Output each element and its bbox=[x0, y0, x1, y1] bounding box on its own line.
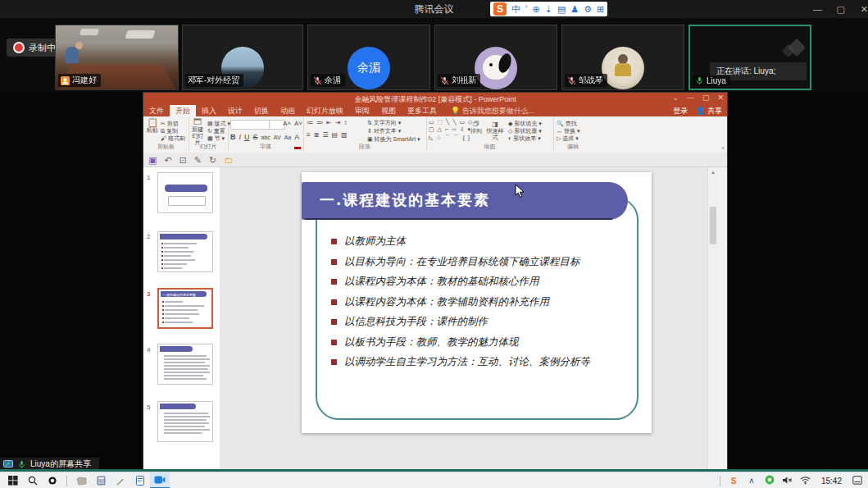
clear-format-button[interactable]: abc bbox=[261, 135, 270, 140]
slide-bullet-list[interactable]: 以教师为主体 以目标为导向：在专业培养目标统领下确立课程目标 以课程内容为本体：… bbox=[331, 235, 634, 376]
tell-me-box[interactable]: 💡 告诉我您想要做什么... bbox=[443, 106, 534, 116]
sign-in-button[interactable]: 登录 bbox=[673, 106, 688, 116]
editor-scrollbar[interactable]: ▴ ▾ ⇞ ⇟ bbox=[707, 167, 718, 488]
video-tile-3[interactable]: 余湄 余湄 bbox=[307, 25, 430, 90]
shape-outline-button[interactable]: ◇ 形状轮廓 ▾ bbox=[508, 127, 542, 135]
sogou-icon[interactable]: S bbox=[493, 2, 507, 16]
reset-button[interactable]: ↻ 重置 bbox=[207, 127, 225, 135]
redo-icon[interactable]: ↻ bbox=[209, 153, 216, 167]
italic-button[interactable]: I bbox=[239, 133, 242, 141]
paste-button[interactable]: 📋粘贴 bbox=[146, 119, 159, 134]
app-tencent-meeting-button[interactable] bbox=[150, 472, 170, 488]
format-painter-button[interactable]: 🖌 格式刷 bbox=[161, 135, 185, 142]
font-name-box[interactable] bbox=[230, 120, 271, 130]
undo-icon[interactable]: ↶ bbox=[164, 153, 171, 167]
slide-thumbnail-4[interactable] bbox=[157, 344, 213, 385]
tab-home[interactable]: 开始 bbox=[170, 105, 196, 116]
ime-keyboard-icon[interactable]: ▤ bbox=[557, 2, 566, 16]
slide-thumbnail-1[interactable] bbox=[157, 172, 213, 213]
char-spacing-button[interactable]: AV bbox=[274, 135, 281, 140]
recording-indicator[interactable]: 录制中 bbox=[7, 39, 62, 57]
collapse-ribbon-icon[interactable]: ˄ bbox=[721, 145, 725, 151]
taskbar-clock[interactable]: 15:42 bbox=[815, 477, 848, 486]
action-center-icon[interactable] bbox=[848, 476, 866, 486]
list-indent-buttons[interactable]: ≔≕⇤⇥↕ bbox=[307, 119, 347, 126]
tab-insert[interactable]: 插入 bbox=[196, 105, 222, 116]
underline-button[interactable]: U bbox=[244, 133, 250, 141]
meeting-minimize-button[interactable]: — bbox=[813, 0, 822, 18]
video-tile-6-active-speaker[interactable]: 正在讲话: Liuya; Liuya bbox=[688, 25, 811, 90]
tab-animations[interactable]: 动画 bbox=[275, 105, 301, 116]
app-pen-button[interactable] bbox=[111, 472, 130, 488]
ime-emoji-icon[interactable]: ⊕ bbox=[532, 2, 539, 16]
font-grow-shrink[interactable]: A˄A˅ bbox=[283, 120, 302, 127]
align-buttons[interactable]: ≡≣☰▤▥ bbox=[307, 131, 348, 139]
ppt-close-button[interactable]: ✕ bbox=[717, 93, 724, 102]
volume-muted-icon[interactable] bbox=[779, 476, 797, 486]
tab-file[interactable]: 文件 bbox=[143, 105, 170, 116]
antivirus-tray-icon[interactable] bbox=[761, 475, 779, 486]
slide-title[interactable]: 一.课程建设的基本要素 bbox=[320, 190, 490, 210]
ppt-minimize-button[interactable]: — bbox=[687, 93, 694, 102]
cut-button[interactable]: ✂ 剪切 bbox=[161, 120, 179, 127]
start-slideshow-icon[interactable]: ⊡ bbox=[180, 153, 187, 167]
bold-button[interactable]: B bbox=[230, 133, 236, 141]
scroll-up-icon[interactable]: ▴ bbox=[708, 169, 718, 176]
shape-effects-button[interactable]: ◐ 形状效果 ▾ bbox=[508, 135, 541, 142]
share-button[interactable]: 👤 共享 bbox=[696, 106, 722, 116]
shapes-gallery[interactable]: ▭ ⬚ ╲ ╲ ▭ ◇ bbox=[429, 119, 473, 125]
slide-thumbnail-5[interactable] bbox=[157, 401, 213, 442]
align-text-button[interactable]: ⇕ 对齐文本 ▾ bbox=[367, 127, 401, 135]
ime-voice-icon[interactable]: ⇣ bbox=[545, 2, 552, 16]
select-button[interactable]: ▷ 选择 ▾ bbox=[557, 135, 579, 142]
find-button[interactable]: 🔍 查找 bbox=[557, 120, 577, 127]
replace-button[interactable]: ↔ 替换 ▾ bbox=[557, 127, 579, 135]
save-icon[interactable]: ▣ bbox=[148, 153, 157, 167]
arrange-button[interactable]: 🗇排列 bbox=[469, 121, 484, 135]
video-tile-5[interactable]: 邹战琴 bbox=[561, 25, 684, 90]
ime-punct-icon[interactable]: ’ bbox=[525, 2, 527, 16]
meeting-close-button[interactable]: ✕ bbox=[861, 0, 868, 18]
ime-person-icon[interactable]: ♟ bbox=[570, 2, 579, 16]
ppt-ribbon-options-icon[interactable]: ⌄ bbox=[672, 93, 679, 102]
smartart-button[interactable]: ▣ 转换为 SmartArt ▾ bbox=[367, 135, 420, 143]
scrollbar-thumb[interactable] bbox=[710, 207, 716, 244]
open-folder-icon[interactable]: 🗀 bbox=[224, 153, 233, 167]
ime-lang-icon[interactable]: 中 bbox=[511, 2, 520, 16]
layout-button[interactable]: ▤ 版式 ▾ bbox=[207, 120, 230, 127]
meeting-maximize-button[interactable]: ▢ bbox=[837, 0, 845, 18]
slide-canvas[interactable]: 一.课程建设的基本要素 以教师为主体 以目标为导向：在专业培养目标统领下确立课程… bbox=[302, 172, 652, 433]
ime-toolbar[interactable]: S 中 ’ ⊕ ⇣ ▤ ♟ ⚙ ⊞ bbox=[490, 2, 607, 16]
tab-review[interactable]: 审阅 bbox=[349, 105, 375, 116]
start-button[interactable] bbox=[3, 472, 23, 488]
shape-fill-button[interactable]: ◆ 形状填充 ▾ bbox=[508, 120, 542, 127]
video-tile-4[interactable]: 刘祖新 bbox=[434, 25, 557, 90]
sogou-tray-icon[interactable]: S bbox=[725, 477, 743, 486]
pen-icon[interactable]: ✎ bbox=[194, 153, 202, 167]
video-tile-2[interactable]: 邓军-对外经贸 bbox=[182, 25, 303, 90]
slide-thumbnail-2[interactable] bbox=[157, 231, 213, 272]
slide-title-banner[interactable]: 一.课程建设的基本要素 bbox=[302, 182, 628, 220]
text-direction-button[interactable]: ⇅ 文字方向 ▾ bbox=[367, 119, 401, 126]
tab-transitions[interactable]: 切换 bbox=[248, 105, 275, 116]
tab-view[interactable]: 视图 bbox=[375, 105, 402, 116]
app-files-button[interactable] bbox=[71, 472, 91, 488]
hidden-icons-chevron[interactable]: ˄ bbox=[743, 477, 761, 486]
task-view-button[interactable] bbox=[43, 472, 62, 488]
tab-design[interactable]: 设计 bbox=[222, 105, 248, 116]
tab-slideshow[interactable]: 幻灯片放映 bbox=[301, 105, 349, 116]
section-button[interactable]: ▦ 节 ▾ bbox=[207, 135, 225, 142]
app-calculator-button[interactable] bbox=[91, 472, 111, 488]
ime-tools-icon[interactable]: ⚙ bbox=[584, 2, 592, 16]
app-document-button[interactable] bbox=[130, 472, 150, 488]
video-tile-1[interactable]: 冯建好 bbox=[55, 25, 179, 90]
copy-button[interactable]: ⧉ 复制 bbox=[161, 127, 178, 135]
quick-styles-button[interactable]: ◨快速样式 bbox=[485, 121, 505, 141]
slide-thumbnail-3-selected[interactable]: 一.课程建设的基本要素 bbox=[157, 288, 213, 329]
search-button[interactable] bbox=[23, 472, 43, 488]
wifi-icon[interactable] bbox=[797, 476, 815, 486]
tab-more-tools[interactable]: 更多工具 bbox=[402, 105, 443, 116]
ppt-maximize-button[interactable]: ▢ bbox=[702, 93, 710, 102]
strikethrough-button[interactable]: S bbox=[253, 133, 258, 141]
change-case-button[interactable]: Aa bbox=[284, 135, 292, 140]
